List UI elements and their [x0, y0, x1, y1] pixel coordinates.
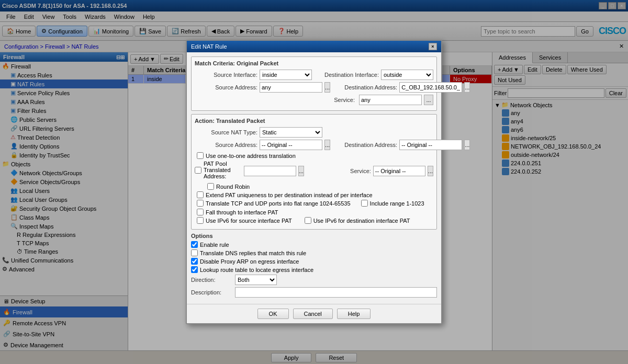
modal-help-button[interactable]: Help — [337, 309, 371, 319]
include-range-checkbox[interactable] — [361, 200, 368, 207]
source-address-label: Source Address: — [195, 84, 257, 90]
round-robin-label: Round Robin — [216, 184, 250, 190]
options-section: Options Enable rule Translate DNS replie… — [191, 233, 437, 298]
nat-type-label: Source NAT Type: — [195, 129, 257, 135]
source-interface-select[interactable]: inside — [260, 70, 312, 80]
trans-source-row: Source Address: ... Destination Address:… — [195, 140, 433, 150]
ipv6-dest-checkbox[interactable] — [305, 217, 311, 224]
source-interface-label: Source Interface: — [195, 72, 257, 78]
source-interface-row: Source Interface: inside Destination Int… — [195, 70, 433, 80]
dest-interface-label: Destination Interface: — [316, 72, 379, 78]
service-label-orig: Service: — [294, 97, 357, 103]
lookup-route-row: Lookup route table to locate egress inte… — [191, 266, 437, 273]
translated-packet-section: Action: Translated Packet Source NAT Typ… — [191, 114, 437, 230]
trans-dest-input[interactable] — [399, 140, 462, 150]
source-address-ellipsis[interactable]: ... — [324, 82, 330, 93]
translate-dns-label: Translate DNS replies that match this ru… — [200, 250, 306, 256]
disable-proxy-arp-checkbox[interactable] — [191, 258, 198, 265]
trans-service-input[interactable] — [373, 166, 425, 176]
original-packet-title: Match Criteria: Original Packet — [195, 60, 433, 66]
description-row: Description: — [191, 287, 437, 298]
fall-through-row: Fall through to interface PAT — [197, 209, 433, 215]
one-to-one-label: Use one-to-one address translation — [206, 153, 296, 159]
modal-ok-button[interactable]: OK — [257, 309, 289, 319]
translate-ports-row: Translate TCP and UDP ports into flat ra… — [195, 200, 433, 207]
translate-dns-row: Translate DNS replies that match this ru… — [191, 249, 437, 256]
translate-dns-checkbox[interactable] — [191, 249, 198, 256]
pat-pool-input[interactable] — [244, 166, 296, 176]
enable-rule-label: Enable rule — [200, 242, 229, 248]
pat-pool-ellipsis[interactable]: ... — [298, 166, 304, 176]
one-to-one-checkbox[interactable] — [197, 152, 204, 159]
translated-packet-title: Action: Translated Packet — [195, 118, 433, 124]
pat-pool-checkbox[interactable] — [195, 167, 201, 174]
trans-dest-ellipsis[interactable]: ... — [464, 140, 470, 150]
dest-address-input[interactable] — [399, 82, 462, 93]
one-to-one-row: Use one-to-one address translation — [197, 152, 433, 159]
round-robin-checkbox[interactable] — [207, 183, 214, 190]
modal-footer: OK Cancel Help — [187, 304, 441, 323]
translate-ports-checkbox[interactable] — [197, 200, 204, 207]
round-robin-row: Round Robin — [207, 183, 433, 190]
lookup-route-label: Lookup route table to locate egress inte… — [200, 267, 313, 273]
edit-nat-rule-modal: Edit NAT Rule × Match Criteria: Original… — [186, 40, 442, 324]
modal-title: Edit NAT Rule — [191, 43, 227, 50]
pat-pool-row: PAT Pool Translated Address: ... Service… — [195, 161, 433, 181]
extend-pat-row: Extend PAT uniqueness to per destination… — [197, 191, 433, 198]
modal-body: Match Criteria: Original Packet Source I… — [187, 52, 441, 304]
trans-service-ellipsis[interactable]: ... — [428, 166, 433, 176]
include-range-label: Include range 1-1023 — [370, 200, 424, 207]
direction-row: Direction: Both Forward Reverse — [191, 275, 437, 285]
translate-ports-label: Translate TCP and UDP ports into flat ra… — [206, 200, 351, 207]
trans-dest-label: Destination Address: — [334, 142, 397, 148]
direction-select[interactable]: Both Forward Reverse — [235, 275, 277, 285]
ipv6-dest-label: Use IPv6 for destination interface PAT — [313, 218, 410, 224]
pat-pool-label: PAT Pool Translated Address: — [204, 161, 238, 179]
dest-address-ellipsis[interactable]: ... — [464, 82, 470, 93]
trans-service-label: Service: — [308, 168, 371, 174]
nat-type-row: Source NAT Type: Static — [195, 127, 433, 138]
disable-proxy-arp-label: Disable Proxy ARP on egress interface — [200, 258, 299, 265]
trans-source-ellipsis[interactable]: ... — [324, 140, 330, 150]
options-title: Options — [191, 233, 437, 239]
modal-close-button[interactable]: × — [429, 43, 437, 50]
original-packet-section: Match Criteria: Original Packet Source I… — [191, 56, 437, 111]
extend-pat-label: Extend PAT uniqueness to per destination… — [206, 192, 373, 198]
ipv6-source-checkbox[interactable] — [197, 217, 204, 224]
ipv6-row: Use IPv6 for source interface PAT Use IP… — [195, 217, 433, 224]
service-row: Service: ... — [195, 95, 433, 105]
trans-source-input[interactable] — [260, 140, 322, 150]
lookup-route-checkbox[interactable] — [191, 266, 198, 273]
enable-rule-row: Enable rule — [191, 241, 437, 248]
dest-address-label: Destination Address: — [334, 84, 397, 90]
modal-overlay: Edit NAT Rule × Match Criteria: Original… — [0, 0, 628, 364]
source-address-input[interactable] — [260, 82, 322, 93]
ipv6-source-label: Use IPv6 for source interface PAT — [206, 218, 292, 224]
fall-through-checkbox[interactable] — [197, 209, 204, 215]
enable-rule-checkbox[interactable] — [191, 241, 198, 248]
fall-through-label: Fall through to interface PAT — [206, 209, 278, 215]
service-input[interactable] — [359, 95, 422, 105]
service-ellipsis[interactable]: ... — [424, 95, 433, 105]
description-label: Description: — [191, 289, 233, 295]
description-input[interactable] — [235, 287, 437, 298]
disable-proxy-arp-row: Disable Proxy ARP on egress interface — [191, 258, 437, 265]
source-address-row: Source Address: ... Destination Address:… — [195, 82, 433, 93]
direction-label: Direction: — [191, 277, 233, 283]
extend-pat-checkbox[interactable] — [197, 191, 204, 198]
nat-type-select[interactable]: Static — [260, 127, 322, 138]
modal-cancel-button[interactable]: Cancel — [293, 309, 333, 319]
trans-source-label: Source Address: — [195, 142, 257, 148]
dest-interface-select[interactable]: outside — [381, 70, 433, 80]
modal-title-bar: Edit NAT Rule × — [187, 41, 441, 52]
